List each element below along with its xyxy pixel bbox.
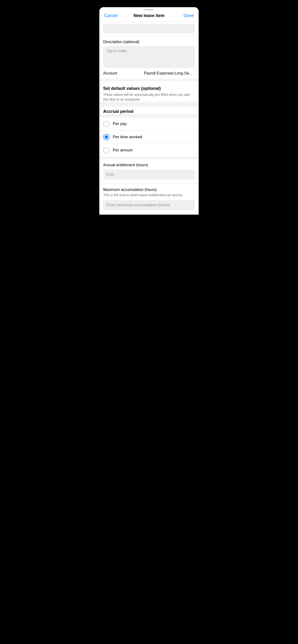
modal-sheet: Cancel New leave item Done Description (… (99, 7, 199, 215)
defaults-description: These values will be automatically pre-f… (103, 92, 195, 102)
accumulation-input[interactable]: Enter maximum accumulation (hours) (103, 200, 195, 210)
description-label: Description (optional) (103, 40, 195, 44)
top-input-area (99, 22, 199, 36)
radio-label-per-annum: Per annum (113, 148, 133, 152)
radio-option-per-time-worked[interactable]: Per time worked (99, 130, 199, 144)
section-divider-2 (99, 214, 199, 215)
radio-circle-per-pay (103, 121, 109, 127)
account-label: Account (103, 71, 117, 76)
account-value-area: Payroll Expenses:Long Se... › (144, 71, 195, 76)
accrual-period-title: Accrual period (99, 106, 199, 114)
accumulation-label: Maximum accumulation (hours) (103, 188, 195, 192)
phone-container: Cancel New leave item Done Description (… (99, 0, 199, 215)
defaults-section: Set default values (optional) These valu… (99, 81, 199, 102)
radio-label-per-time-worked: Per time worked (113, 135, 142, 140)
description-textarea[interactable]: Tap to enter... (103, 46, 195, 68)
account-row[interactable]: Account Payroll Expenses:Long Se... › (99, 68, 199, 79)
description-placeholder: Tap to enter... (106, 49, 130, 53)
cancel-button[interactable]: Cancel (104, 13, 121, 18)
accumulation-section: Maximum accumulation (hours) This is the… (99, 184, 199, 214)
defaults-title: Set default values (optional) (103, 86, 195, 91)
done-button[interactable]: Done (177, 13, 194, 18)
radio-option-per-annum[interactable]: Per annum (99, 144, 199, 157)
drag-indicator-area (99, 7, 199, 10)
section-divider-1 (99, 79, 199, 81)
radio-options: Per pay Per time worked Per annum (99, 118, 199, 157)
radio-circle-per-annum (103, 147, 109, 153)
description-section: Description (optional) Tap to enter... (99, 36, 199, 68)
radio-label-per-pay: Per pay (113, 122, 127, 126)
scroll-content: Description (optional) Tap to enter... A… (99, 22, 199, 215)
accumulation-placeholder: Enter maximum accumulation (hours) (106, 203, 170, 207)
page-title: New leave item (133, 13, 164, 18)
account-value: Payroll Expenses:Long Se... (144, 71, 192, 76)
nav-bar: Cancel New leave item Done (99, 10, 199, 22)
entitlement-input[interactable]: 0.00 (103, 170, 195, 180)
accumulation-description: This is the limit to which leave entitle… (103, 193, 195, 198)
entitlement-label: Annual entitlement (hours) (103, 163, 195, 167)
chevron-right-icon: › (194, 71, 195, 76)
radio-option-per-pay[interactable]: Per pay (99, 118, 199, 130)
entitlement-section: Annual entitlement (hours) 0.00 (99, 157, 199, 184)
name-input[interactable] (103, 24, 195, 33)
radio-circle-per-time-worked (103, 134, 109, 140)
